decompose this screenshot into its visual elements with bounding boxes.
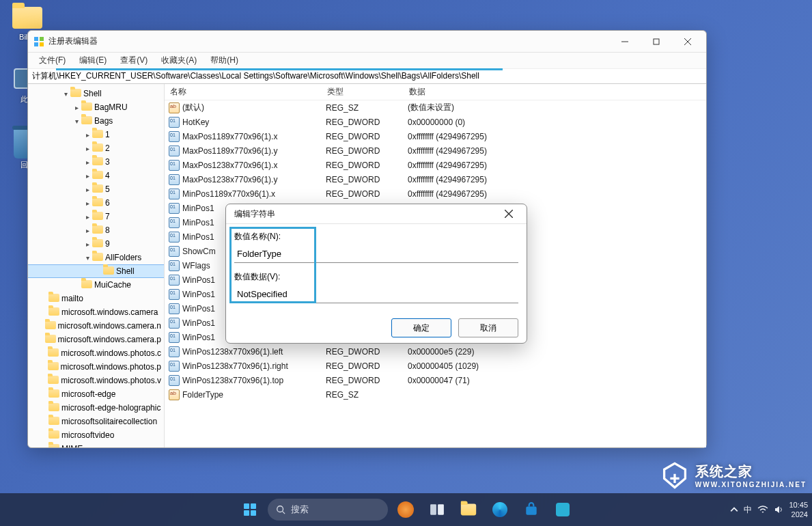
tree-item[interactable]: ▸4 [28, 169, 164, 182]
tree-label: 3 [105, 157, 113, 167]
registry-value-row[interactable]: WinPos1238x770x96(1).rightREG_DWORD0x000… [165, 359, 706, 373]
menu-edit[interactable]: 编辑(E) [72, 55, 113, 66]
tree-item[interactable]: microsoftsolitairecollection [28, 415, 164, 428]
folder-icon [92, 198, 103, 208]
taskbar-store-icon[interactable] [518, 496, 545, 523]
tree-item[interactable]: microsoft.windows.camera.n [28, 319, 164, 333]
tree-item[interactable]: mailto [28, 292, 164, 305]
tray-language[interactable]: 中 [744, 504, 752, 516]
tree-caret-icon[interactable]: ▸ [83, 227, 92, 234]
registry-tree[interactable]: ▾Shell▸BagMRU▾Bags▸1▸2▸3▸4▸5▸6▸7▸8▸9▾All… [28, 84, 165, 447]
tree-item[interactable]: ▸5 [28, 182, 164, 196]
menu-view[interactable]: 查看(V) [113, 55, 154, 66]
registry-value-row[interactable]: (默认)REG_SZ(数值未设置) [165, 100, 706, 115]
wifi-icon[interactable] [757, 506, 768, 514]
tree-item[interactable]: microsoft.windows.photos.p [28, 360, 164, 374]
tree-item[interactable]: ▸BagMRU [28, 100, 164, 114]
tree-item[interactable]: ▸3 [28, 155, 164, 169]
taskbar-app-icon[interactable] [549, 496, 576, 523]
tree-caret-icon[interactable]: ▸ [72, 104, 81, 111]
tree-item[interactable]: MuiCache [28, 278, 164, 292]
value-type: REG_DWORD [320, 161, 402, 170]
registry-value-row[interactable]: MinPos1189x770x96(1).xREG_DWORD0xfffffff… [165, 186, 706, 201]
tree-caret-icon[interactable]: ▸ [83, 158, 92, 166]
dialog-close-button[interactable] [495, 204, 522, 223]
folder-icon [92, 184, 103, 194]
tree-item[interactable]: Shell [28, 264, 164, 278]
column-data-header[interactable]: 数据 [404, 86, 706, 98]
tree-item[interactable]: ▸9 [28, 237, 164, 251]
taskbar-edge-icon[interactable] [486, 496, 514, 523]
cancel-button[interactable]: 取消 [458, 318, 518, 337]
menu-help[interactable]: 帮助(H) [204, 55, 245, 66]
tree-item[interactable]: ▸2 [28, 141, 164, 155]
tree-item[interactable]: microsoft.windows.photos.c [28, 346, 164, 360]
tree-item[interactable]: microsoftvideo [28, 428, 164, 442]
value-data: 0x00000405 (1029) [402, 361, 706, 371]
tree-item[interactable]: ▾AllFolders [28, 251, 164, 264]
window-title: 注册表编辑器 [48, 36, 609, 47]
tree-caret-icon[interactable]: ▾ [72, 117, 81, 125]
tray-chevron-icon[interactable] [730, 506, 738, 514]
registry-value-row[interactable]: MaxPos1189x770x96(1).xREG_DWORD0xfffffff… [165, 129, 706, 143]
value-name: MaxPos1189x770x96(1).y [182, 146, 320, 156]
tree-item[interactable]: microsoft.windows.camera [28, 305, 164, 319]
tree-caret-icon[interactable]: ▸ [83, 186, 92, 193]
tree-item[interactable]: ▸6 [28, 196, 164, 210]
tree-item[interactable]: microsoft-edge [28, 387, 164, 401]
tree-caret-icon[interactable]: ▸ [83, 240, 92, 248]
registry-value-row[interactable]: MaxPos1238x770x96(1).yREG_DWORD0xfffffff… [165, 172, 706, 186]
value-name-input[interactable] [234, 245, 518, 263]
folder-icon [92, 130, 103, 139]
tree-item[interactable]: microsoft.windows.camera.p [28, 333, 164, 346]
value-name: MaxPos1189x770x96(1).x [182, 132, 320, 141]
tree-item[interactable]: ▾Bags [28, 114, 164, 128]
tree-item[interactable]: ▸7 [28, 210, 164, 223]
registry-value-row[interactable]: WinPos1238x770x96(1).leftREG_DWORD0x0000… [165, 344, 706, 359]
registry-value-row[interactable]: MaxPos1189x770x96(1).yREG_DWORD0xfffffff… [165, 143, 706, 158]
start-button[interactable] [236, 496, 264, 523]
taskbar-copilot-icon[interactable] [392, 496, 419, 523]
window-titlebar[interactable]: 注册表编辑器 [28, 31, 706, 53]
tree-caret-icon[interactable]: ▸ [39, 445, 48, 448]
tree-caret-icon[interactable]: ▾ [83, 254, 92, 262]
tree-caret-icon[interactable]: ▸ [83, 172, 92, 180]
tree-caret-icon[interactable]: ▸ [83, 131, 92, 139]
menu-file[interactable]: 文件(F) [32, 55, 72, 66]
value-data-input[interactable] [234, 286, 518, 303]
minimize-button[interactable] [609, 32, 641, 51]
taskbar-search[interactable]: 搜索 [268, 499, 388, 521]
registry-value-row[interactable]: MaxPos1238x770x96(1).xREG_DWORD0xfffffff… [165, 158, 706, 172]
address-bar[interactable]: 计算机\HKEY_CURRENT_USER\Software\Classes\L… [28, 69, 706, 84]
tray-clock[interactable]: 10:45 2024 [789, 500, 808, 519]
binary-value-icon [169, 189, 181, 199]
ok-button[interactable]: 确定 [391, 318, 451, 337]
registry-value-row[interactable]: HotKeyREG_DWORD0x00000000 (0) [165, 115, 706, 129]
tree-caret-icon[interactable]: ▸ [83, 213, 92, 221]
tree-caret-icon[interactable]: ▸ [83, 145, 92, 152]
taskbar-explorer-icon[interactable] [455, 496, 482, 523]
column-type-header[interactable]: 类型 [322, 86, 404, 98]
registry-value-row[interactable]: WinPos1238x770x96(1).topREG_DWORD0x00000… [165, 373, 706, 387]
dialog-titlebar[interactable]: 编辑字符串 [226, 204, 527, 224]
column-name-header[interactable]: 名称 [165, 86, 322, 98]
tree-item[interactable]: microsoft-edge-holographic [28, 401, 164, 415]
registry-value-row[interactable]: FolderTypeREG_SZ [165, 387, 706, 402]
tree-caret-icon[interactable]: ▸ [83, 199, 92, 207]
folder-icon [48, 376, 59, 385]
tree-caret-icon[interactable]: ▾ [61, 90, 70, 98]
tree-item[interactable]: microsoft.windows.photos.v [28, 374, 164, 387]
folder-icon [48, 389, 59, 399]
volume-icon[interactable] [774, 505, 783, 514]
tree-item[interactable]: ▸1 [28, 128, 164, 141]
value-name: MaxPos1238x770x96(1).y [182, 175, 320, 184]
tree-label: microsoft-edge [61, 389, 118, 399]
folder-icon [70, 89, 81, 98]
close-button[interactable] [672, 32, 703, 51]
tree-item[interactable]: ▾Shell [28, 87, 164, 100]
tree-item[interactable]: ▸8 [28, 223, 164, 237]
tree-item[interactable]: ▸MIME [28, 442, 164, 447]
maximize-button[interactable] [641, 32, 672, 51]
taskbar-taskview-icon[interactable] [423, 496, 451, 523]
menu-favorites[interactable]: 收藏夹(A) [154, 55, 204, 66]
